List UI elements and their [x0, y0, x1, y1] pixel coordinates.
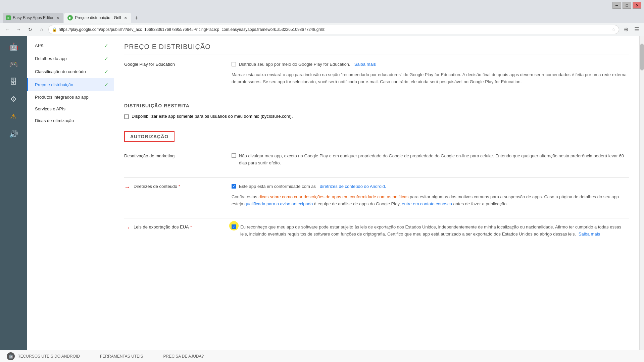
close-button[interactable]: ✕	[633, 2, 641, 9]
divider-1	[124, 96, 629, 96]
leis-exportacao-content: ✓ Eu reconheço que meu app de software p…	[232, 224, 629, 238]
nav-check-detalhes: ✓	[104, 55, 108, 62]
footer-link-ferramentas[interactable]: FERRAMENTAS ÚTEIS	[100, 354, 143, 359]
page-title: PREÇO E DISTRIBUIÇÃO	[124, 43, 629, 54]
footer: 🤖 RECURSOS ÚTEIS DO ANDROID FERRAMENTAS …	[0, 350, 644, 362]
bookmark-icon[interactable]: ☆	[612, 27, 615, 32]
desc-link2[interactable]: qualificada para o aviso antecipado	[244, 201, 313, 206]
tab-close-preco[interactable]: ✕	[123, 15, 128, 20]
footer-link-recursos[interactable]: RECURSOS ÚTEIS DO ANDROID	[17, 354, 80, 359]
leis-exportacao-required-star: *	[190, 224, 192, 229]
leis-exportacao-text-block: Eu reconheço que meu app de software pod…	[240, 224, 629, 238]
footer-link-ajuda[interactable]: PRECISA DE AJUDA?	[163, 354, 204, 359]
leis-exportacao-checkbox-row: ✓ Eu reconheço que meu app de software p…	[232, 224, 629, 238]
tab-easy-apps[interactable]: E Easy Easy Apps Editor ✕	[3, 13, 63, 23]
google-play-education-content: Distribua seu app por meio do Google Pla…	[232, 61, 629, 85]
sidebar-icon-warning[interactable]: ⚠	[4, 109, 23, 125]
desc-link1[interactable]: dicas sobre como criar descrições de app…	[258, 194, 408, 199]
google-play-education-description: Marcar esta caixa enviará o app para inc…	[232, 71, 629, 86]
desc-end: antes de fazer a publicação.	[453, 201, 508, 206]
google-play-education-checkbox-label: Distribua seu app por meio do Google Pla…	[239, 61, 350, 68]
diretrizes-checkbox-label: Este app está em conformidade com as	[239, 183, 316, 190]
sidebar-icon-speaker[interactable]: 🔊	[4, 126, 23, 142]
nav-label-preco: Preço e distribuição	[35, 82, 73, 87]
nav-item-dicas[interactable]: Dicas de otimização	[27, 115, 114, 126]
title-bar: ─ □ ✕	[0, 0, 644, 11]
nav-item-detalhes[interactable]: Detalhes do app ✓	[27, 52, 114, 65]
nav-label-apk: APK	[35, 43, 44, 48]
distribuicao-restrita-checkbox[interactable]	[124, 114, 129, 119]
distribuicao-restrita-label: Disponibilizar este app somente para os …	[132, 114, 293, 119]
nav-label-detalhes: Detalhes do app	[35, 56, 67, 61]
menu-icon[interactable]: ☰	[632, 25, 641, 34]
sidebar-icon-game[interactable]: 🎮	[4, 56, 23, 72]
nav-item-produtos[interactable]: Produtos integrados ao app	[27, 91, 114, 103]
nav-check-apk: ✓	[104, 42, 108, 49]
tab-label-easy: Easy Easy Apps Editor	[13, 15, 53, 20]
url-bar[interactable]: 🔒 https://play.google.com/apps/publish/?…	[48, 25, 619, 34]
tab-preco[interactable]: ▶ Preço e distribuição - Grill ✕	[64, 13, 131, 23]
nav-item-apk[interactable]: APK ✓	[27, 39, 114, 52]
nav-item-servicos[interactable]: Serviços e APIs	[27, 103, 114, 115]
leis-exportacao-label: → Leis de exportação dos EUA *	[124, 224, 232, 238]
diretrizes-label-text: Diretrizes de conteúdo	[134, 184, 177, 189]
sidebar-icon-database[interactable]: 🗄	[4, 74, 23, 90]
lock-icon: 🔒	[52, 27, 57, 32]
desativacao-marketing-section: Desativação de marketing Não divulgar me…	[124, 153, 629, 172]
sidebar-icon-android[interactable]: 🤖	[4, 39, 23, 55]
sidebar-icon-settings[interactable]: ⚙	[4, 91, 23, 107]
autorizacao-box: AUTORIZAÇÃO	[124, 131, 175, 142]
maximize-button[interactable]: □	[623, 2, 631, 9]
nav-label-produtos: Produtos integrados ao app	[35, 95, 89, 100]
minimize-button[interactable]: ─	[612, 2, 621, 9]
desc-before: Confira estas	[232, 194, 257, 199]
google-play-education-saiba-mais-link[interactable]: Saiba mais	[354, 61, 376, 68]
main-layout: 🤖 🎮 🗄 ⚙ ⚠ 🔊 APK ✓ Detalhes do app ✓ Clas…	[0, 36, 644, 350]
tab-favicon-preco: ▶	[67, 15, 73, 20]
diretrizes-description: Confira estas dicas sobre como criar des…	[232, 194, 629, 208]
leis-exportacao-label-text: Leis de exportação dos EUA	[134, 224, 189, 229]
tab-label-preco: Preço e distribuição - Grill	[75, 15, 121, 20]
leis-exportacao-saiba-mais-link[interactable]: Saiba mais	[579, 231, 600, 237]
desativacao-marketing-checkbox-row: Não divulgar meu app, exceto no Google P…	[232, 153, 629, 167]
leis-exportacao-checkbox-wrapper: ✓	[232, 224, 236, 229]
nav-label-servicos: Serviços e APIs	[35, 106, 65, 111]
forward-button[interactable]: →	[14, 25, 23, 34]
nav-item-preco[interactable]: Preço e distribuição ✓	[27, 78, 114, 91]
tab-bar: E Easy Easy Apps Editor ✕ ▶ Preço e dist…	[0, 11, 644, 23]
desc-link3[interactable]: entre em contato conosco	[402, 201, 452, 206]
diretrizes-label: → Diretrizes de conteúdo *	[124, 183, 232, 207]
tab-favicon-easy: E	[6, 15, 11, 20]
extensions-icon[interactable]: ⊕	[621, 25, 631, 34]
new-tab-button[interactable]: +	[132, 13, 141, 23]
divider-2	[124, 177, 629, 178]
window-controls: ─ □ ✕	[612, 2, 641, 9]
scrollbar-thumb[interactable]	[640, 44, 644, 70]
diretrizes-checkbox[interactable]: ✓	[232, 184, 236, 189]
autorizacao-header: AUTORIZAÇÃO	[130, 134, 168, 139]
tab-close-easy[interactable]: ✕	[55, 15, 60, 20]
back-button[interactable]: ←	[3, 25, 12, 34]
distribuicao-restrita-header: DISTRIBUIÇÃO RESTRITA	[124, 103, 629, 108]
home-button[interactable]: ⌂	[37, 25, 46, 34]
nav-item-classificacao[interactable]: Classificação do conteúdo ✓	[27, 65, 114, 78]
diretrizes-checkbox-row: ✓ Este app está em conformidade com as d…	[232, 183, 629, 190]
google-play-education-checkbox[interactable]	[232, 62, 236, 66]
reload-button[interactable]: ↻	[26, 25, 35, 34]
desativacao-marketing-label: Desativação de marketing	[124, 153, 232, 167]
browser-chrome: ─ □ ✕ E Easy Easy Apps Editor ✕ ▶ Preço …	[0, 0, 644, 36]
desativacao-marketing-checkbox[interactable]	[232, 153, 236, 158]
leis-exportacao-checkbox[interactable]: ✓	[232, 224, 236, 229]
leis-exportacao-checkbox-text: Eu reconheço que meu app de software pod…	[240, 224, 621, 237]
diretrizes-link[interactable]: diretrizes de conteúdo do Android.	[320, 183, 386, 190]
diretrizes-arrow: →	[124, 184, 130, 191]
nav-label-dicas: Dicas de otimização	[35, 118, 74, 123]
sidebar: 🤖 🎮 🗄 ⚙ ⚠ 🔊	[0, 36, 27, 350]
omnibar-right: ⊕ ☰	[621, 25, 641, 34]
footer-android-icon: 🤖	[7, 352, 15, 360]
google-play-education-checkbox-row: Distribua seu app por meio do Google Pla…	[232, 61, 629, 68]
url-text: https://play.google.com/apps/publish/?de…	[59, 27, 325, 32]
scrollbar[interactable]	[639, 36, 644, 350]
left-nav: APK ✓ Detalhes do app ✓ Classificação do…	[27, 36, 114, 350]
desativacao-marketing-content: Não divulgar meu app, exceto no Google P…	[232, 153, 629, 167]
